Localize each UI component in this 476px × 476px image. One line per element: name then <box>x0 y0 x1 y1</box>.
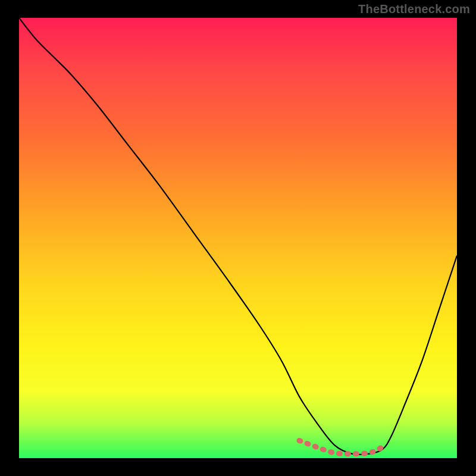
gradient-background <box>19 18 457 458</box>
watermark-text: TheBottleneck.com <box>358 2 470 16</box>
plot-area <box>19 18 457 458</box>
chart-container: TheBottleneck.com <box>0 0 476 476</box>
